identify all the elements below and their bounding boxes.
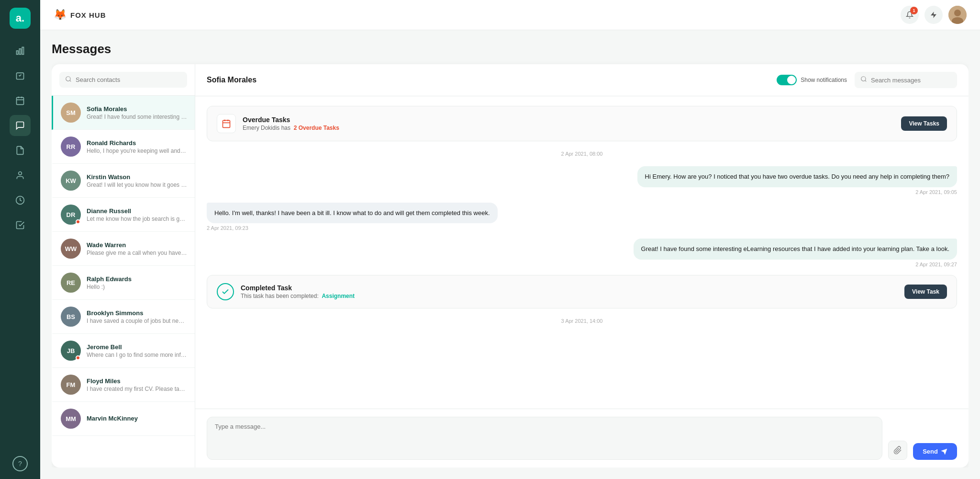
body-layout: Messages [40, 30, 980, 479]
nav-help[interactable]: ? [12, 456, 28, 471]
contact-name: Jerome Bell [87, 343, 187, 351]
svg-point-14 [66, 77, 70, 81]
contact-name: Ronald Richards [87, 139, 187, 147]
contact-item-kirstin-watson[interactable]: KW Kirstin Watson Great! I will let you … [52, 164, 195, 198]
page-title: Messages [52, 42, 969, 57]
contact-avatar: JB [61, 341, 81, 361]
nav-docs[interactable] [10, 140, 31, 161]
top-header: 🦊 FOX HUB 1 [40, 0, 980, 30]
header-actions: 1 [901, 6, 967, 24]
nav-contacts[interactable] [10, 165, 31, 186]
contact-item-sofia-morales[interactable]: SM Sofia Morales Great! I have found som… [52, 96, 195, 130]
contact-search-box[interactable] [59, 72, 187, 88]
overdue-tasks-link[interactable]: 2 Overdue Tasks [294, 125, 339, 131]
chat-bubble-outgoing-1: Hi Emery. How are you? I noticed that yo… [637, 166, 957, 195]
nav-reports[interactable] [10, 190, 31, 211]
search-icon [860, 76, 867, 84]
contact-info: Wade Warren Please give me a call when y… [87, 241, 187, 256]
message-input[interactable] [215, 423, 874, 452]
bubble-time: 2 Apr 2021, 09:27 [634, 262, 957, 267]
user-avatar[interactable] [948, 6, 967, 24]
contact-info: Marvin McKinney [87, 415, 187, 423]
toggle-group: Show notifications [777, 75, 847, 85]
contact-preview: Great! I will let you know how it goes l… [87, 182, 187, 188]
contact-name: Ralph Edwards [87, 275, 187, 283]
contact-item-brooklyn-simmons[interactable]: BS Brooklyn Simmons I have saved a coupl… [52, 300, 195, 334]
contact-preview: I have saved a couple of jobs but need s… [87, 318, 187, 324]
contact-info: Floyd Miles I have created my first CV. … [87, 377, 187, 392]
contact-preview: I have created my first CV. Please take … [87, 386, 187, 392]
contact-avatar: SM [61, 103, 81, 123]
chat-bubble-outgoing-2: Great! I have found some interesting eLe… [634, 239, 957, 267]
contact-name: Sofia Morales [87, 105, 187, 113]
contact-preview: Let me know how the job search is going. [87, 216, 187, 222]
online-indicator [76, 219, 80, 224]
contact-item-wade-warren[interactable]: WW Wade Warren Please give me a call whe… [52, 232, 195, 266]
assignment-link[interactable]: Assignment [322, 293, 355, 299]
contact-avatar: WW [61, 239, 81, 259]
overdue-tasks-card: Overdue Tasks Emery Dokidis has 2 Overdu… [207, 106, 957, 141]
contact-item-ralph-edwards[interactable]: RE Ralph Edwards Hello :) [52, 266, 195, 300]
bubble-content: Hello. I'm well, thanks! I have been a b… [207, 203, 498, 224]
message-search-box[interactable] [855, 72, 957, 88]
contact-item-dianne-russell[interactable]: DR Dianne Russell Let me know how the jo… [52, 198, 195, 232]
chat-header-actions: Show notifications [777, 72, 957, 88]
contact-name: Brooklyn Simmons [87, 309, 187, 317]
send-button[interactable]: Send [913, 443, 957, 460]
svg-rect-1 [19, 49, 21, 55]
svg-line-15 [70, 80, 71, 82]
contact-info: Ralph Edwards Hello :) [87, 275, 187, 290]
contact-avatar: DR [61, 205, 81, 225]
contact-list: SM Sofia Morales Great! I have found som… [52, 64, 195, 468]
notif-left: Completed Task This task has been comple… [217, 283, 355, 300]
page-area: Messages [52, 42, 969, 468]
notifications-button[interactable]: 1 [901, 6, 919, 24]
search-icon [65, 76, 72, 84]
contact-name: Dianne Russell [87, 207, 187, 215]
nav-rail: a. ? [0, 0, 40, 479]
contact-info: Brooklyn Simmons I have saved a couple o… [87, 309, 187, 324]
contact-avatar: FM [61, 375, 81, 395]
contact-preview: Please give me a call when you have so..… [87, 250, 187, 256]
completed-icon [217, 283, 234, 300]
contact-search-input[interactable] [76, 76, 181, 83]
nav-logo[interactable]: a. [10, 8, 31, 29]
notif-content: Completed Task This task has been comple… [241, 284, 355, 299]
nav-messages[interactable] [10, 115, 31, 136]
contact-item-marvin-mckinney[interactable]: MM Marvin McKinney [52, 402, 195, 436]
message-search-input[interactable] [871, 77, 951, 84]
completed-task-card: Completed Task This task has been comple… [207, 275, 957, 308]
contacts-scroll: SM Sofia Morales Great! I have found som… [52, 96, 195, 468]
contact-preview: Great! I have found some interesting eLe… [87, 114, 187, 120]
notif-title: Overdue Tasks [243, 116, 339, 124]
notifications-toggle[interactable] [777, 75, 797, 85]
view-tasks-button[interactable]: View Tasks [901, 116, 947, 131]
contact-item-ronald-richards[interactable]: RR Ronald Richards Hello, I hope you're … [52, 130, 195, 164]
nav-tasks[interactable] [10, 65, 31, 86]
nav-feedback[interactable] [10, 215, 31, 236]
brand: 🦊 FOX HUB [54, 9, 106, 21]
contact-item-jerome-bell[interactable]: JB Jerome Bell Where can I go to find so… [52, 334, 195, 368]
lightning-button[interactable] [924, 6, 943, 24]
bubble-time: 2 Apr 2021, 09:05 [637, 189, 957, 195]
notif-desc: Emery Dokidis has 2 Overdue Tasks [243, 125, 339, 131]
svg-line-17 [865, 80, 867, 82]
nav-calendar[interactable] [10, 90, 31, 111]
fox-icon: 🦊 [54, 9, 67, 21]
svg-rect-18 [223, 120, 230, 127]
contact-name: Wade Warren [87, 241, 187, 249]
contact-preview: Where can I go to find some more info a.… [87, 352, 187, 358]
nav-analytics[interactable] [10, 40, 31, 61]
view-task-button[interactable]: View Task [904, 285, 947, 299]
contact-search-area [52, 64, 195, 96]
timestamp: 2 Apr 2021, 08:00 [207, 151, 957, 157]
notif-left: Overdue Tasks Emery Dokidis has 2 Overdu… [217, 114, 339, 133]
contact-name: Floyd Miles [87, 377, 187, 385]
chat-header: Sofia Morales Show notifications [195, 64, 969, 96]
message-input-area: Send [195, 409, 969, 468]
svg-point-12 [954, 10, 961, 16]
contact-item-floyd-miles[interactable]: FM Floyd Miles I have created my first C… [52, 368, 195, 402]
contact-avatar: BS [61, 307, 81, 327]
attach-button[interactable] [888, 441, 907, 460]
online-indicator [76, 355, 80, 360]
